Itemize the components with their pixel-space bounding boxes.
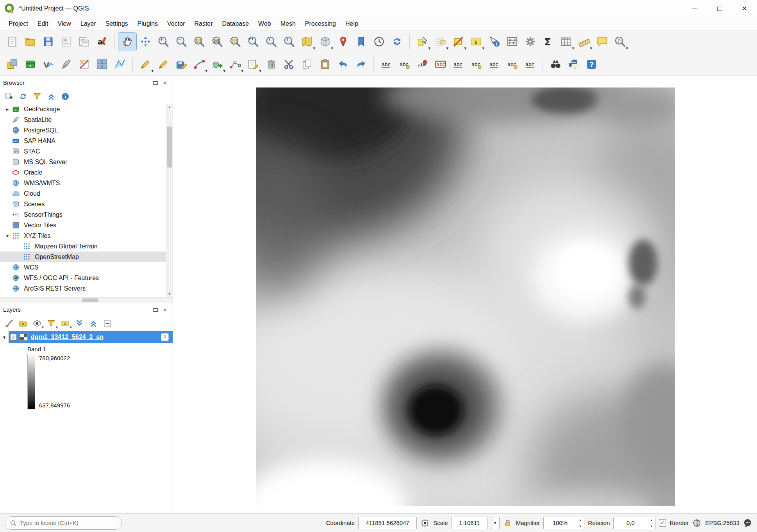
magnifier-spinbox[interactable]: 100% ▴▾ (543, 517, 584, 529)
refresh-map-button[interactable] (388, 33, 406, 51)
browser-item-wfs-ogc-api-features[interactable]: WWFS / OGC API - Features (0, 273, 173, 283)
locator-search-input[interactable]: Type to locate (Ctrl+K) (5, 516, 122, 530)
browser-item-postgresql[interactable]: PostgreSQL (0, 125, 173, 136)
menu-raster[interactable]: Raster (189, 19, 217, 29)
browser-item-geopackage[interactable]: ▸GeoPackage (0, 104, 173, 114)
open-data-source-manager-button[interactable] (3, 55, 21, 73)
dropdown-arrow-icon[interactable]: ▾ (205, 69, 207, 73)
open-attribute-table-button[interactable]: ▾ (557, 33, 575, 51)
metasearch-button[interactable] (546, 55, 564, 73)
current-edits-button[interactable]: ▾ (136, 55, 154, 73)
filter-legend-button[interactable]: ▾ (45, 318, 57, 329)
new-print-layout-button[interactable] (57, 33, 75, 51)
save-project-button[interactable] (39, 33, 57, 51)
save-layer-edits-button[interactable] (172, 55, 190, 73)
processing-toolbox-button[interactable] (521, 33, 539, 51)
browser-item-wms-wmts[interactable]: WMS/WMTS (0, 178, 173, 188)
dropdown-arrow-icon[interactable]: ▾ (464, 46, 466, 50)
dropdown-arrow-icon[interactable]: ▾ (313, 46, 315, 50)
menu-vector[interactable]: Vector (162, 19, 189, 29)
new-spatialite-layer-button[interactable] (57, 55, 75, 73)
rotate-label-button[interactable]: abc (467, 55, 485, 73)
dropdown-arrow-icon[interactable]: ▾ (482, 46, 484, 50)
new-virtual-layer-button[interactable] (93, 55, 111, 73)
menu-project[interactable]: Project (4, 19, 33, 29)
browser-item-openstreetmap[interactable]: OpenStreetMap (0, 252, 173, 262)
new-shapefile-layer-button[interactable]: V (39, 55, 57, 73)
undo-button[interactable] (334, 55, 352, 73)
dropdown-arrow-icon[interactable]: ▾ (428, 46, 430, 50)
crs-globe-icon[interactable] (692, 518, 702, 528)
browser-item-wcs[interactable]: WCS (0, 262, 173, 273)
select-features-button[interactable]: ▾ (413, 33, 431, 51)
zoom-out-button[interactable]: − (172, 33, 190, 51)
minimize-button[interactable] (682, 0, 707, 17)
layer-diagram-options-button[interactable]: abc (395, 55, 413, 73)
select-features-by-value-button[interactable]: ▾ (431, 33, 449, 51)
filter-by-expression-button[interactable]: ε▾ (59, 318, 71, 329)
vertex-tool-button[interactable]: ▾ (226, 55, 244, 73)
messages-icon[interactable] (743, 518, 752, 528)
zoom-in-button[interactable]: + (154, 33, 172, 51)
zoom-to-selection-button[interactable] (226, 33, 244, 51)
menu-view[interactable]: View (53, 19, 75, 29)
dropdown-arrow-icon[interactable]: ▾ (626, 46, 628, 50)
identify-features-button[interactable]: i (485, 33, 503, 51)
zoom-last-button[interactable]: ‹ (262, 33, 280, 51)
new-geopackage-layer-button[interactable] (21, 55, 39, 73)
rotation-spinbox[interactable]: 0,0 ▴▾ (613, 517, 655, 529)
map-tips-button[interactable] (593, 33, 611, 51)
close-button[interactable]: × (732, 0, 757, 17)
field-calculator-button[interactable] (503, 33, 521, 51)
lock-scale-icon[interactable] (503, 518, 512, 528)
show-spatial-bookmarks-button[interactable] (352, 33, 370, 51)
statistical-summary-button[interactable]: Σ (539, 33, 557, 51)
layer-expand-arrow[interactable]: ▾ (0, 334, 9, 340)
select-by-expression-button[interactable]: ε▾ (467, 33, 485, 51)
temporal-controller-button[interactable] (370, 33, 388, 51)
paste-features-button[interactable] (316, 55, 334, 73)
layer-visibility-checkbox[interactable]: ✓ (10, 334, 17, 341)
layers-close-icon[interactable]: × (160, 306, 170, 314)
expand-arrow-icon[interactable]: ▸ (3, 106, 12, 112)
new-project-button[interactable] (3, 33, 21, 51)
filter-browser-button[interactable] (31, 91, 43, 102)
dropdown-arrow-icon[interactable]: ▾ (259, 69, 261, 73)
nominatim-geocoder-button[interactable]: ?▾ (611, 33, 629, 51)
new-3d-map-view-button[interactable]: ▾ (316, 33, 334, 51)
browser-item-xyz-tiles[interactable]: ▾XYZ Tiles (0, 230, 173, 241)
browser-horizontal-scrollbar[interactable] (0, 297, 173, 303)
toggle-editing-button[interactable] (154, 55, 172, 73)
move-label-button[interactable]: abc (449, 55, 467, 73)
pin-unpin-labels-button[interactable]: ab (413, 55, 431, 73)
delete-selected-button[interactable] (262, 55, 280, 73)
menu-mesh[interactable]: Mesh (276, 19, 300, 29)
new-mesh-layer-button[interactable] (111, 55, 129, 73)
zoom-to-layer-button[interactable] (208, 33, 226, 51)
collapse-all-button[interactable] (87, 318, 99, 329)
browser-item-ms-sql-server[interactable]: MS SQL Server (0, 157, 173, 167)
manage-map-themes-button[interactable]: ▾ (31, 318, 43, 329)
dropdown-arrow-icon[interactable]: ▾ (446, 46, 448, 50)
menu-help[interactable]: Help (341, 19, 363, 29)
maximize-button[interactable] (707, 0, 732, 17)
rotation-spin-arrows[interactable]: ▴▾ (648, 518, 654, 528)
open-layer-styling-button[interactable] (3, 318, 15, 329)
layer-item-selected[interactable]: ✓ dgm1_33412_5624_2_sn ? (9, 331, 173, 343)
help-contents-button[interactable]: ? (582, 55, 600, 73)
measure-button[interactable]: ▾ (575, 33, 593, 51)
browser-item-cloud[interactable]: Cloud (0, 188, 173, 199)
new-spatial-bookmark-button[interactable] (334, 33, 352, 51)
browser-item-mapzen-global-terrain[interactable]: Mapzen Global Terrain (0, 241, 173, 252)
menu-database[interactable]: Database (218, 19, 254, 29)
modify-attributes-button[interactable]: ▾ (244, 55, 262, 73)
browser-item-sap-hana[interactable]: SAPSAP HANA (0, 136, 173, 146)
label-options-button[interactable]: abc (521, 55, 539, 73)
map-canvas[interactable] (256, 87, 675, 506)
layer-item-row[interactable]: ▾ ✓ dgm1_33412_5624_2_sn ? (0, 331, 173, 343)
browser-item-oracle[interactable]: Oracle (0, 167, 173, 178)
refresh-browser-button[interactable] (17, 91, 29, 102)
show-layout-manager-button[interactable] (75, 33, 93, 51)
dropdown-arrow-icon[interactable]: ▾ (151, 69, 154, 73)
expand-all-button[interactable] (73, 318, 85, 329)
